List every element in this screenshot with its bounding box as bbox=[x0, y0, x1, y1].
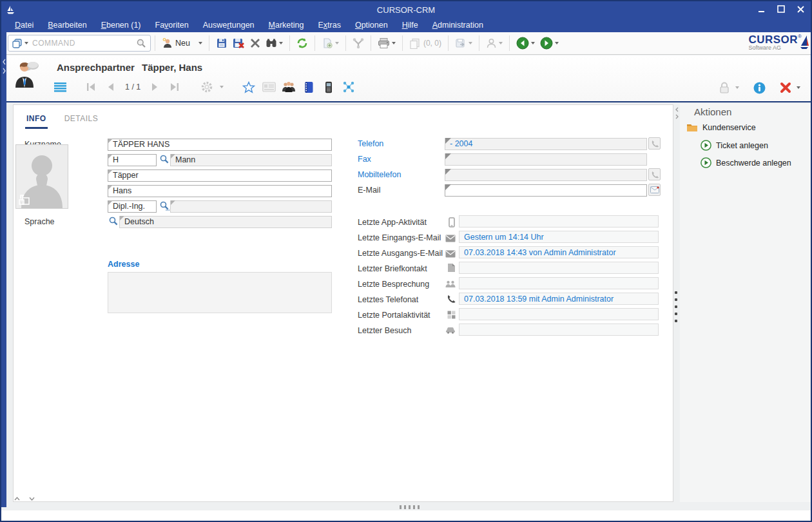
typ-key-field[interactable] bbox=[108, 153, 157, 166]
mobiltelefon-field[interactable] bbox=[445, 168, 647, 180]
adresse-field[interactable] bbox=[108, 272, 332, 313]
namenstitel-key-field[interactable] bbox=[108, 200, 157, 212]
cascade-windows-icon[interactable] bbox=[12, 39, 22, 48]
sprache-lookup-icon[interactable] bbox=[108, 216, 119, 226]
navigate-back-caret[interactable] bbox=[531, 42, 535, 44]
relations-network-icon[interactable] bbox=[342, 80, 356, 94]
menu-ebenen[interactable]: Ebenen (1) bbox=[94, 19, 148, 32]
command-input[interactable] bbox=[32, 39, 136, 48]
action-ticket-anlegen[interactable]: Ticket anlegen bbox=[701, 140, 768, 151]
ausgangs-email-field[interactable]: 07.03.2018 14:43 von Admin Administrator bbox=[459, 246, 659, 258]
nachname-field[interactable] bbox=[108, 169, 332, 181]
telefon-field[interactable] bbox=[445, 137, 647, 150]
search-icon[interactable] bbox=[136, 38, 146, 48]
bottom-collapse-icons[interactable] bbox=[14, 496, 35, 501]
print-caret[interactable] bbox=[392, 42, 396, 44]
last-record-icon[interactable] bbox=[168, 80, 182, 94]
besprechung-field[interactable] bbox=[459, 277, 659, 289]
action-beschwerde-anlegen[interactable]: Beschwerde anlegen bbox=[701, 157, 791, 168]
mobiltelefon-label[interactable]: Mobiltelefon bbox=[358, 170, 401, 179]
favorite-star-icon[interactable] bbox=[242, 80, 256, 94]
save-button[interactable] bbox=[213, 35, 230, 51]
delete-record-button[interactable] bbox=[247, 36, 263, 50]
dial-telefon-button[interactable] bbox=[648, 137, 661, 150]
tab-info[interactable]: INFO bbox=[25, 111, 48, 129]
address-book-icon[interactable] bbox=[302, 80, 316, 94]
menu-optionen[interactable]: Optionen bbox=[348, 19, 395, 32]
export-button[interactable] bbox=[452, 35, 475, 51]
send-email-button[interactable] bbox=[648, 184, 661, 196]
adresse-label[interactable]: Adresse bbox=[108, 260, 139, 269]
typ-text-field[interactable] bbox=[170, 153, 332, 166]
sidebar-collapse-icon[interactable] bbox=[674, 106, 679, 121]
close-button[interactable] bbox=[794, 3, 807, 15]
menu-extras[interactable]: Extras bbox=[311, 19, 347, 32]
previous-record-icon[interactable] bbox=[104, 80, 118, 94]
business-card-icon[interactable] bbox=[262, 80, 276, 94]
search-records-caret[interactable] bbox=[279, 42, 283, 44]
vorname-field[interactable] bbox=[108, 184, 332, 197]
vertical-splitter[interactable] bbox=[675, 291, 677, 322]
navigate-back-button[interactable] bbox=[514, 35, 537, 52]
contact-photo-placeholder[interactable] bbox=[15, 144, 68, 209]
new-record-button[interactable]: Neu bbox=[159, 35, 205, 51]
menu-auswertungen[interactable]: Auswertungen bbox=[196, 19, 262, 32]
navigate-forward-button[interactable] bbox=[537, 35, 561, 52]
sprache-field[interactable] bbox=[119, 215, 332, 227]
typ-lookup-icon[interactable] bbox=[159, 154, 169, 164]
briefkontakt-field[interactable] bbox=[459, 262, 659, 274]
command-scope-caret[interactable] bbox=[24, 42, 28, 44]
maximize-button[interactable] bbox=[775, 3, 788, 15]
menu-bearbeiten[interactable]: Bearbeiten bbox=[41, 19, 93, 32]
photo-expand-icon[interactable] bbox=[18, 193, 31, 206]
kurzname-field[interactable] bbox=[108, 138, 332, 150]
add-document-button[interactable] bbox=[319, 35, 342, 51]
fax-field[interactable] bbox=[445, 153, 647, 165]
menu-administration[interactable]: Administration bbox=[425, 19, 490, 32]
collapse-panel-icon[interactable] bbox=[2, 58, 6, 75]
next-record-icon[interactable] bbox=[148, 80, 162, 94]
command-search-box[interactable] bbox=[8, 35, 151, 52]
navigate-forward-caret[interactable] bbox=[555, 42, 559, 44]
close-record-icon[interactable] bbox=[780, 82, 791, 93]
kundenservice-folder[interactable]: Kundenservice bbox=[686, 123, 756, 132]
namenstitel-text-field[interactable] bbox=[170, 200, 332, 212]
menu-marketing[interactable]: Marketing bbox=[262, 19, 311, 32]
new-record-caret[interactable] bbox=[198, 42, 202, 44]
portalaktivitaet-field[interactable] bbox=[459, 308, 659, 320]
minimize-button[interactable] bbox=[755, 3, 768, 15]
menu-favoriten[interactable]: Favoriten bbox=[148, 19, 196, 32]
besuch-field[interactable] bbox=[459, 324, 659, 336]
mobile-phone-icon[interactable] bbox=[322, 80, 336, 94]
lock-record-icon[interactable] bbox=[719, 81, 730, 94]
menu-hilfe[interactable]: Hilfe bbox=[395, 19, 425, 32]
lock-caret[interactable] bbox=[735, 86, 739, 89]
close-record-caret[interactable] bbox=[797, 86, 800, 89]
list-view-icon[interactable] bbox=[53, 80, 67, 94]
assign-person-caret[interactable] bbox=[499, 42, 503, 44]
discard-changes-button[interactable] bbox=[230, 35, 247, 51]
app-aktivitaet-field[interactable] bbox=[459, 215, 659, 227]
eingangs-email-field[interactable]: Gestern um 14:14 Uhr bbox=[459, 231, 659, 243]
settings-gear-icon[interactable] bbox=[200, 80, 214, 94]
info-icon[interactable] bbox=[753, 82, 766, 94]
contacts-group-icon[interactable] bbox=[282, 80, 296, 94]
clipboard-counter[interactable]: (0, 0) bbox=[407, 36, 444, 51]
namenstitel-lookup-icon[interactable] bbox=[159, 200, 169, 211]
print-button[interactable] bbox=[375, 35, 398, 51]
menu-datei[interactable]: Datei bbox=[8, 19, 41, 32]
add-document-caret[interactable] bbox=[335, 42, 339, 44]
search-records-button[interactable] bbox=[263, 35, 285, 51]
horizontal-splitter[interactable] bbox=[400, 505, 420, 509]
telefon-label[interactable]: Telefon bbox=[358, 139, 383, 148]
export-caret[interactable] bbox=[469, 42, 472, 44]
tab-details[interactable]: DETAILS bbox=[63, 111, 100, 129]
assign-person-button[interactable] bbox=[483, 36, 505, 51]
refresh-button[interactable] bbox=[294, 35, 311, 51]
dial-mobiltelefon-button[interactable] bbox=[648, 168, 661, 180]
email-field[interactable] bbox=[445, 184, 647, 196]
fax-label[interactable]: Fax bbox=[358, 155, 371, 164]
first-record-icon[interactable] bbox=[84, 80, 98, 94]
settings-caret[interactable] bbox=[220, 86, 224, 88]
merge-button[interactable] bbox=[350, 35, 367, 51]
